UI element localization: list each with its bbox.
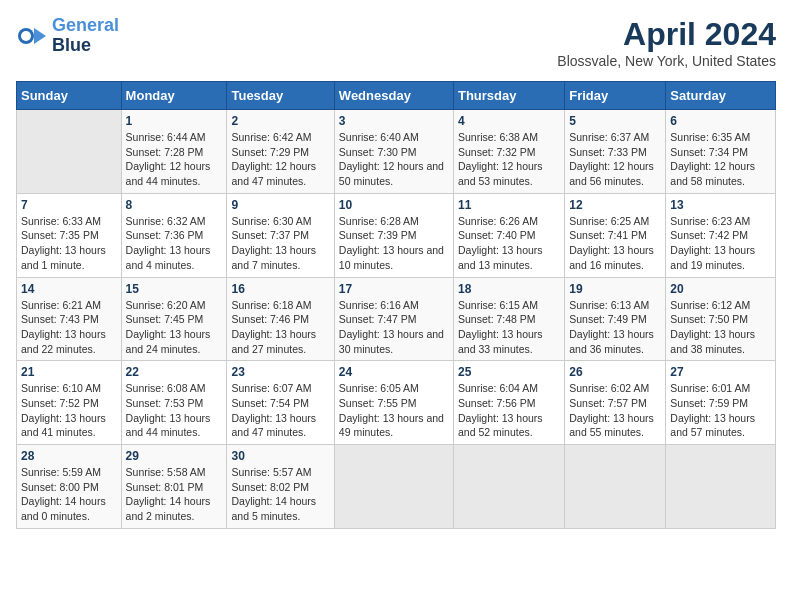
- day-number: 4: [458, 114, 560, 128]
- calendar-cell: 25Sunrise: 6:04 AMSunset: 7:56 PMDayligh…: [453, 361, 564, 445]
- day-number: 16: [231, 282, 329, 296]
- calendar-cell: 20Sunrise: 6:12 AMSunset: 7:50 PMDayligh…: [666, 277, 776, 361]
- calendar-header: SundayMondayTuesdayWednesdayThursdayFrid…: [17, 82, 776, 110]
- day-number: 20: [670, 282, 771, 296]
- page-header: General Blue April 2024 Blossvale, New Y…: [16, 16, 776, 69]
- day-number: 9: [231, 198, 329, 212]
- calendar-cell: 24Sunrise: 6:05 AMSunset: 7:55 PMDayligh…: [334, 361, 453, 445]
- day-header-friday: Friday: [565, 82, 666, 110]
- day-info: Sunrise: 6:25 AMSunset: 7:41 PMDaylight:…: [569, 214, 661, 273]
- calendar-week-2: 7Sunrise: 6:33 AMSunset: 7:35 PMDaylight…: [17, 193, 776, 277]
- calendar-cell: [334, 445, 453, 529]
- calendar-cell: 12Sunrise: 6:25 AMSunset: 7:41 PMDayligh…: [565, 193, 666, 277]
- calendar-cell: 7Sunrise: 6:33 AMSunset: 7:35 PMDaylight…: [17, 193, 122, 277]
- day-info: Sunrise: 6:32 AMSunset: 7:36 PMDaylight:…: [126, 214, 223, 273]
- day-info: Sunrise: 6:10 AMSunset: 7:52 PMDaylight:…: [21, 381, 117, 440]
- day-info: Sunrise: 6:42 AMSunset: 7:29 PMDaylight:…: [231, 130, 329, 189]
- calendar-cell: 10Sunrise: 6:28 AMSunset: 7:39 PMDayligh…: [334, 193, 453, 277]
- day-header-sunday: Sunday: [17, 82, 122, 110]
- calendar-cell: 6Sunrise: 6:35 AMSunset: 7:34 PMDaylight…: [666, 110, 776, 194]
- calendar-week-3: 14Sunrise: 6:21 AMSunset: 7:43 PMDayligh…: [17, 277, 776, 361]
- day-number: 23: [231, 365, 329, 379]
- day-info: Sunrise: 6:33 AMSunset: 7:35 PMDaylight:…: [21, 214, 117, 273]
- day-number: 7: [21, 198, 117, 212]
- day-number: 27: [670, 365, 771, 379]
- calendar-cell: [565, 445, 666, 529]
- day-number: 11: [458, 198, 560, 212]
- day-info: Sunrise: 6:20 AMSunset: 7:45 PMDaylight:…: [126, 298, 223, 357]
- day-info: Sunrise: 6:37 AMSunset: 7:33 PMDaylight:…: [569, 130, 661, 189]
- day-info: Sunrise: 6:12 AMSunset: 7:50 PMDaylight:…: [670, 298, 771, 357]
- day-number: 8: [126, 198, 223, 212]
- calendar-cell: 22Sunrise: 6:08 AMSunset: 7:53 PMDayligh…: [121, 361, 227, 445]
- day-info: Sunrise: 5:58 AMSunset: 8:01 PMDaylight:…: [126, 465, 223, 524]
- day-info: Sunrise: 6:30 AMSunset: 7:37 PMDaylight:…: [231, 214, 329, 273]
- day-info: Sunrise: 6:35 AMSunset: 7:34 PMDaylight:…: [670, 130, 771, 189]
- calendar-cell: 23Sunrise: 6:07 AMSunset: 7:54 PMDayligh…: [227, 361, 334, 445]
- calendar-cell: [666, 445, 776, 529]
- day-header-tuesday: Tuesday: [227, 82, 334, 110]
- calendar-cell: 8Sunrise: 6:32 AMSunset: 7:36 PMDaylight…: [121, 193, 227, 277]
- day-number: 18: [458, 282, 560, 296]
- calendar-cell: 16Sunrise: 6:18 AMSunset: 7:46 PMDayligh…: [227, 277, 334, 361]
- calendar-cell: 5Sunrise: 6:37 AMSunset: 7:33 PMDaylight…: [565, 110, 666, 194]
- calendar-cell: 18Sunrise: 6:15 AMSunset: 7:48 PMDayligh…: [453, 277, 564, 361]
- logo: General Blue: [16, 16, 119, 56]
- logo-text-line1: General: [52, 16, 119, 36]
- day-info: Sunrise: 6:26 AMSunset: 7:40 PMDaylight:…: [458, 214, 560, 273]
- day-info: Sunrise: 6:21 AMSunset: 7:43 PMDaylight:…: [21, 298, 117, 357]
- day-info: Sunrise: 6:38 AMSunset: 7:32 PMDaylight:…: [458, 130, 560, 189]
- day-number: 21: [21, 365, 117, 379]
- calendar-cell: 30Sunrise: 5:57 AMSunset: 8:02 PMDayligh…: [227, 445, 334, 529]
- day-number: 17: [339, 282, 449, 296]
- day-info: Sunrise: 6:28 AMSunset: 7:39 PMDaylight:…: [339, 214, 449, 273]
- calendar-cell: 13Sunrise: 6:23 AMSunset: 7:42 PMDayligh…: [666, 193, 776, 277]
- day-info: Sunrise: 6:44 AMSunset: 7:28 PMDaylight:…: [126, 130, 223, 189]
- calendar-cell: 28Sunrise: 5:59 AMSunset: 8:00 PMDayligh…: [17, 445, 122, 529]
- calendar-cell: 4Sunrise: 6:38 AMSunset: 7:32 PMDaylight…: [453, 110, 564, 194]
- day-info: Sunrise: 6:13 AMSunset: 7:49 PMDaylight:…: [569, 298, 661, 357]
- day-info: Sunrise: 6:07 AMSunset: 7:54 PMDaylight:…: [231, 381, 329, 440]
- calendar-cell: 17Sunrise: 6:16 AMSunset: 7:47 PMDayligh…: [334, 277, 453, 361]
- day-number: 2: [231, 114, 329, 128]
- day-number: 29: [126, 449, 223, 463]
- calendar-cell: 15Sunrise: 6:20 AMSunset: 7:45 PMDayligh…: [121, 277, 227, 361]
- day-header-saturday: Saturday: [666, 82, 776, 110]
- month-title: April 2024: [557, 16, 776, 53]
- day-info: Sunrise: 6:16 AMSunset: 7:47 PMDaylight:…: [339, 298, 449, 357]
- day-number: 10: [339, 198, 449, 212]
- svg-point-1: [21, 31, 31, 41]
- calendar-cell: [17, 110, 122, 194]
- day-info: Sunrise: 6:04 AMSunset: 7:56 PMDaylight:…: [458, 381, 560, 440]
- day-info: Sunrise: 5:57 AMSunset: 8:02 PMDaylight:…: [231, 465, 329, 524]
- day-header-monday: Monday: [121, 82, 227, 110]
- calendar-cell: 11Sunrise: 6:26 AMSunset: 7:40 PMDayligh…: [453, 193, 564, 277]
- calendar-week-1: 1Sunrise: 6:44 AMSunset: 7:28 PMDaylight…: [17, 110, 776, 194]
- day-number: 22: [126, 365, 223, 379]
- day-info: Sunrise: 5:59 AMSunset: 8:00 PMDaylight:…: [21, 465, 117, 524]
- calendar-cell: 27Sunrise: 6:01 AMSunset: 7:59 PMDayligh…: [666, 361, 776, 445]
- day-header-thursday: Thursday: [453, 82, 564, 110]
- calendar-cell: 21Sunrise: 6:10 AMSunset: 7:52 PMDayligh…: [17, 361, 122, 445]
- calendar-cell: 19Sunrise: 6:13 AMSunset: 7:49 PMDayligh…: [565, 277, 666, 361]
- day-number: 24: [339, 365, 449, 379]
- day-number: 12: [569, 198, 661, 212]
- day-number: 1: [126, 114, 223, 128]
- svg-marker-2: [34, 28, 46, 44]
- calendar-cell: [453, 445, 564, 529]
- calendar-week-4: 21Sunrise: 6:10 AMSunset: 7:52 PMDayligh…: [17, 361, 776, 445]
- calendar-cell: 1Sunrise: 6:44 AMSunset: 7:28 PMDaylight…: [121, 110, 227, 194]
- calendar-body: 1Sunrise: 6:44 AMSunset: 7:28 PMDaylight…: [17, 110, 776, 529]
- day-number: 26: [569, 365, 661, 379]
- day-info: Sunrise: 6:01 AMSunset: 7:59 PMDaylight:…: [670, 381, 771, 440]
- day-number: 25: [458, 365, 560, 379]
- day-number: 5: [569, 114, 661, 128]
- day-number: 14: [21, 282, 117, 296]
- day-number: 28: [21, 449, 117, 463]
- logo-icon: [16, 20, 48, 52]
- calendar-cell: 2Sunrise: 6:42 AMSunset: 7:29 PMDaylight…: [227, 110, 334, 194]
- day-info: Sunrise: 6:40 AMSunset: 7:30 PMDaylight:…: [339, 130, 449, 189]
- day-info: Sunrise: 6:08 AMSunset: 7:53 PMDaylight:…: [126, 381, 223, 440]
- calendar-cell: 26Sunrise: 6:02 AMSunset: 7:57 PMDayligh…: [565, 361, 666, 445]
- day-number: 6: [670, 114, 771, 128]
